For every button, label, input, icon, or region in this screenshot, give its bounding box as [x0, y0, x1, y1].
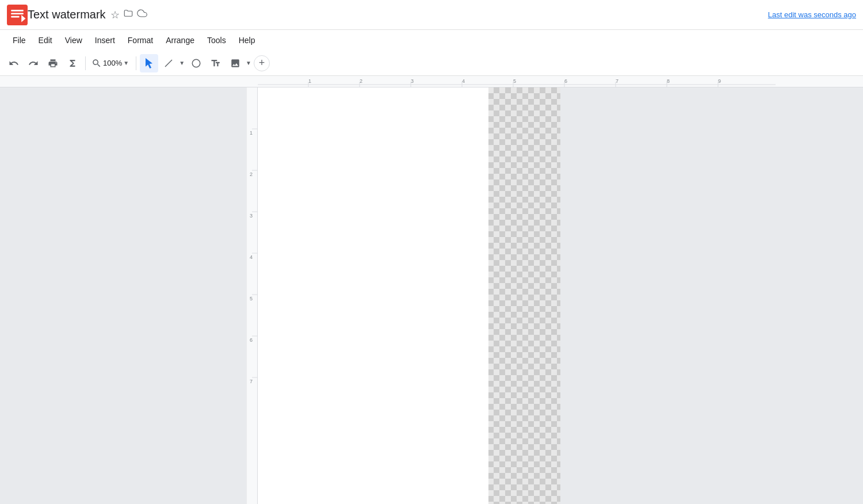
svg-text:4: 4 — [462, 78, 465, 84]
menu-help[interactable]: Help — [233, 33, 261, 47]
svg-rect-0 — [7, 5, 28, 25]
cloud-icon[interactable] — [137, 8, 147, 21]
line-tool-button[interactable] — [159, 54, 178, 72]
right-panel — [560, 87, 863, 504]
shape-tool-button[interactable] — [187, 54, 205, 72]
svg-point-6 — [192, 59, 200, 67]
canvas-area[interactable]: CONFIDENTIAL — [258, 87, 560, 504]
menu-bar: File Edit View Insert Format Arrange Too… — [0, 30, 863, 51]
folder-icon[interactable] — [123, 8, 133, 21]
shape-icon — [191, 58, 201, 68]
svg-text:3: 3 — [250, 213, 253, 219]
menu-insert[interactable]: Insert — [89, 33, 121, 47]
image-dropdown-arrow[interactable]: ▼ — [245, 55, 253, 71]
svg-text:7: 7 — [250, 379, 253, 384]
menu-tools[interactable]: Tools — [201, 33, 232, 47]
app-icon — [7, 5, 28, 25]
menu-format[interactable]: Format — [122, 33, 159, 47]
svg-text:6: 6 — [564, 78, 567, 84]
line-icon — [163, 58, 174, 68]
menu-edit[interactable]: Edit — [33, 33, 58, 47]
paint-format-button[interactable] — [63, 54, 82, 72]
line-dropdown-arrow[interactable]: ▼ — [178, 55, 186, 71]
svg-text:6: 6 — [250, 337, 253, 343]
line-tool-group[interactable]: ▼ — [159, 54, 186, 72]
svg-text:7: 7 — [616, 78, 618, 84]
textbox-tool-button[interactable] — [207, 54, 225, 72]
cursor-icon — [144, 58, 154, 68]
svg-text:1: 1 — [308, 78, 311, 84]
svg-text:9: 9 — [718, 78, 721, 84]
separator-2 — [136, 56, 136, 70]
zoom-icon — [91, 58, 102, 68]
svg-rect-2 — [11, 13, 24, 14]
svg-line-5 — [165, 60, 172, 67]
menu-view[interactable]: View — [59, 33, 88, 47]
star-icon[interactable]: ☆ — [110, 9, 120, 21]
title-bar: Text watermark ☆ Last edit was seconds a… — [0, 0, 863, 30]
horizontal-ruler: 1 2 3 4 5 6 7 8 9 — [0, 76, 863, 87]
svg-text:2: 2 — [250, 171, 253, 177]
slide-canvas[interactable]: CONFIDENTIAL — [258, 87, 560, 504]
left-panel: 1 2 3 4 5 6 7 — [0, 87, 258, 504]
toolbar: 100% ▼ ▼ ▼ + — [0, 51, 863, 76]
zoom-dropdown-arrow[interactable]: ▼ — [122, 55, 130, 71]
select-tool-button[interactable] — [140, 54, 158, 72]
white-canvas-region — [258, 87, 488, 504]
vertical-ruler: 1 2 3 4 5 6 7 — [246, 87, 258, 504]
svg-text:5: 5 — [513, 78, 516, 84]
more-options-button[interactable]: + — [254, 55, 270, 71]
menu-arrange[interactable]: Arrange — [160, 33, 200, 47]
main-area: 1 2 3 4 5 6 7 CONFI — [0, 87, 863, 504]
svg-text:2: 2 — [360, 78, 362, 84]
zoom-level: 100% — [103, 59, 122, 67]
image-tool-group[interactable]: ▼ — [226, 54, 253, 72]
last-edit-status[interactable]: Last edit was seconds ago — [768, 10, 856, 19]
svg-text:3: 3 — [411, 78, 414, 84]
redo-button[interactable] — [24, 54, 43, 72]
svg-rect-3 — [11, 16, 19, 17]
menu-file[interactable]: File — [7, 33, 32, 47]
image-tool-button[interactable] — [226, 54, 245, 72]
svg-text:1: 1 — [250, 130, 253, 136]
textbox-icon — [211, 58, 221, 68]
undo-button[interactable] — [5, 54, 23, 72]
document-title[interactable]: Text watermark — [28, 8, 106, 21]
print-button[interactable] — [44, 54, 62, 72]
image-icon — [230, 58, 240, 68]
svg-text:5: 5 — [250, 296, 253, 301]
svg-rect-1 — [11, 10, 24, 12]
svg-text:8: 8 — [667, 78, 670, 84]
separator-1 — [85, 56, 86, 70]
zoom-control[interactable]: 100% ▼ — [89, 55, 132, 71]
svg-text:4: 4 — [250, 254, 253, 260]
